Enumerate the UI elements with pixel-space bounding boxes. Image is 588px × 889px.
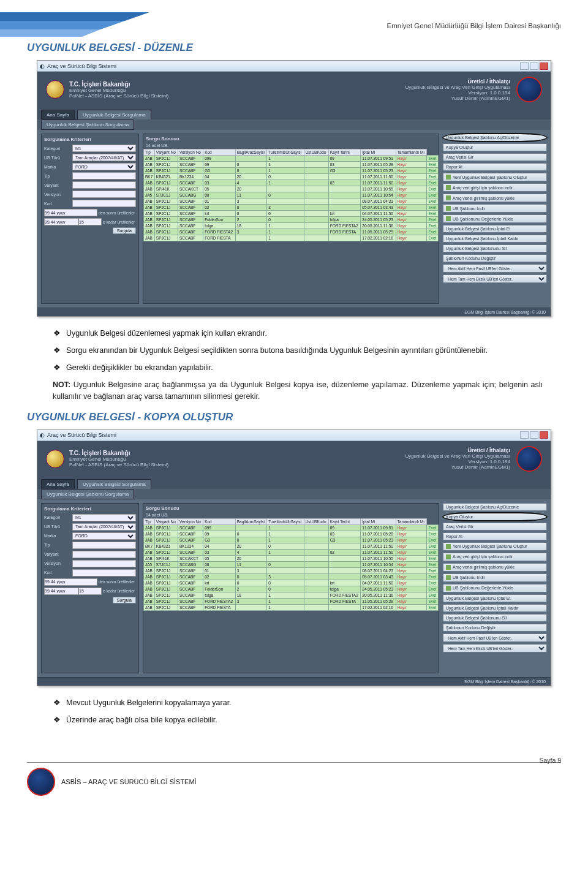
column-header[interactable]: Kod <box>203 518 236 524</box>
table-row[interactable]: JABSPJC1JSCCABFFORD FIESTA231FORD FIESTA… <box>144 598 439 604</box>
versiyon-input[interactable] <box>72 191 136 198</box>
close-button[interactable] <box>540 431 548 439</box>
tip-input[interactable] <box>72 542 136 549</box>
table-row[interactable]: BK7KB4321BK12340420011.07.2011 11:50Hayı… <box>144 174 439 180</box>
table-row[interactable]: JABSPJC1JSCCABF01308.07.2011 04:23HayırE… <box>144 199 439 205</box>
action-button[interactable]: Kopya Oluştur <box>443 143 547 151</box>
kod-input[interactable] <box>72 200 136 207</box>
filter-select[interactable]: Hem Tam Hem Eksik UB'leri Göster.. <box>443 274 547 283</box>
action-button[interactable]: Uygunluk Belgesi Şablonunu Sil <box>443 614 547 622</box>
maximize-button[interactable] <box>530 62 538 70</box>
action-button[interactable]: Şablonun Kodunu Değiştir <box>443 624 547 632</box>
column-header[interactable]: Tip <box>144 149 155 156</box>
column-header[interactable]: Tip <box>144 518 155 524</box>
close-button[interactable] <box>540 62 548 70</box>
date-from-input[interactable] <box>44 209 97 216</box>
column-header[interactable]: Varyant No <box>154 518 178 524</box>
marka-select[interactable]: FORD <box>72 532 136 540</box>
kategori-select[interactable]: M1 <box>72 514 136 521</box>
table-row[interactable]: JABSPJC1JSCCABFFORD FIESTA231FORD FIESTA… <box>144 229 439 235</box>
table-row[interactable]: JABSPJC1JSCCABF01308.07.2011 04:23HayırE… <box>144 567 439 573</box>
table-row[interactable]: JABSP/41KSCCAKCT052011.07.2011 10:55Hayı… <box>144 186 439 192</box>
action-button[interactable]: Uygunluk Belgesi Şablonu İptal Et <box>443 594 547 602</box>
tab-home[interactable]: Ana Sayfa <box>41 479 75 489</box>
action-button[interactable]: Şablonun Kodunu Değiştir <box>443 254 547 262</box>
table-row[interactable]: JABSP/41KSCCAKCT052011.07.2011 10:55Hayı… <box>144 555 439 561</box>
action-button[interactable]: UB Şablonu İndir <box>443 204 547 213</box>
maximize-button[interactable] <box>530 431 538 439</box>
tip-input[interactable] <box>72 172 136 180</box>
date-to-val[interactable] <box>78 588 102 595</box>
action-button[interactable]: Uygunluk Belgesi Şablonunu Sil <box>443 244 547 252</box>
table-row[interactable]: BK7KB4321BK12340420011.07.2011 11:50Hayı… <box>144 543 439 549</box>
table-row[interactable]: JABSPJC1JSCCABF09010311.07.2011 05:28Hay… <box>144 531 439 537</box>
date-to-val[interactable] <box>78 218 102 225</box>
table-row[interactable]: JABSPJC1JSCCABF09010311.07.2011 05:28Hay… <box>144 162 439 168</box>
table-row[interactable]: JABSPJC1JSCCABFtolga181FORD FIESTA220.05… <box>144 592 439 598</box>
column-header[interactable]: İptal Mi <box>361 149 396 156</box>
action-button[interactable]: Araç verisi girilmiş şablonu yükle <box>443 194 547 202</box>
kod-input[interactable] <box>72 569 136 577</box>
date-to-input[interactable] <box>44 588 78 595</box>
date-to-input[interactable] <box>44 218 78 225</box>
date-from-input[interactable] <box>44 578 97 586</box>
minimize-button[interactable] <box>520 62 529 70</box>
column-header[interactable]: BagliAracSayisi <box>235 518 267 524</box>
tab-ub-query[interactable]: Uygunluk Belgesi Sorgulama <box>77 110 151 119</box>
action-button[interactable]: UB Şablonunu Değerlerle Yükle <box>443 214 547 223</box>
ubturu-select[interactable]: Tam Araçlar (2007/46/AT) <box>72 523 136 531</box>
subtab-template-query[interactable]: Uygunluk Belgesi Şablonu Sorgulama <box>41 489 134 499</box>
column-header[interactable]: TuretilmisUbSayisi <box>267 518 304 524</box>
table-row[interactable]: JA5STJC1JSCCABG0811011.07.2011 10:54Hayı… <box>144 192 439 199</box>
table-row[interactable]: JABSPJC1JSCCABFkrt00krt04.07.2011 11:50H… <box>144 580 439 586</box>
table-row[interactable]: JABSPJC1JSCCABF020305.07.2011 03:43Hayır… <box>144 205 439 211</box>
table-row[interactable]: JABSPJC1JSCCABFtolga181FORD FIESTA220.05… <box>144 223 439 229</box>
kategori-select[interactable]: M1 <box>72 145 136 152</box>
ubturu-select[interactable]: Tam Araçlar (2007/46/AT) <box>72 154 136 161</box>
tab-home[interactable]: Ana Sayfa <box>41 110 75 119</box>
table-row[interactable]: JA5STJC1JSCCABG0811011.07.2011 10:54Hayı… <box>144 561 439 567</box>
subtab-template-query[interactable]: Uygunluk Belgesi Şablonu Sorgulama <box>41 119 134 130</box>
table-row[interactable]: JABSPJC1JSCCABF09910911.07.2011 09:51Hay… <box>144 156 439 162</box>
column-header[interactable]: UstUBKodu <box>304 149 328 156</box>
action-button[interactable]: Uygunluk Belgesi Şablonu İptal Et <box>443 225 547 233</box>
action-button[interactable]: Kopya Oluştur <box>443 513 547 521</box>
action-button[interactable]: UB Şablonunu Değerlerle Yükle <box>443 584 547 592</box>
column-header[interactable]: Versiyon No <box>178 149 203 156</box>
table-row[interactable]: JABSPJC1JSCCABFG301G311.07.2011 05:23Hay… <box>144 168 439 174</box>
action-button[interactable]: Araç veri girişi için şablonu indir <box>443 553 547 561</box>
action-button[interactable]: Uygunluk Belgesi Şablonu Aç/Düzenle <box>443 134 547 142</box>
action-button[interactable]: Yeni Uygunluk Belgesi Şablonu Oluştur <box>443 542 547 551</box>
column-header[interactable]: TuretilmisUbSayisi <box>267 149 304 156</box>
action-button[interactable]: Rapor Al <box>443 163 547 171</box>
column-header[interactable]: Kod <box>203 149 236 156</box>
column-header[interactable]: UstUBKodu <box>304 518 328 524</box>
column-header[interactable]: Kayıt Tarihi <box>328 149 361 156</box>
table-row[interactable]: JABSPJC1JSCCABF03410211.07.2011 11:50Hay… <box>144 180 439 186</box>
table-row[interactable]: JABSPJC1JSCCABF09910911.07.2011 09:51Hay… <box>144 524 439 531</box>
varyant-input[interactable] <box>72 551 136 558</box>
minimize-button[interactable] <box>520 431 529 439</box>
column-header[interactable]: Varyant No <box>154 149 178 156</box>
column-header[interactable]: Tamamlandı Mı <box>396 518 427 524</box>
action-button[interactable]: Uygunluk Belgesi Şablonu İptali Kaldır <box>443 604 547 612</box>
action-button[interactable]: UB Şablonu İndir <box>443 573 547 582</box>
table-row[interactable]: JABSPJC1JSCCABFFORD FIESTA117.02.2011 02… <box>144 235 439 241</box>
table-row[interactable]: JABSPJC1JSCCABFFolderSon20tolga24.05.201… <box>144 217 439 223</box>
sorgula-button[interactable]: Sorgula <box>113 597 136 603</box>
column-header[interactable]: İptal Mi <box>361 518 396 524</box>
column-header[interactable]: Versiyon No <box>178 518 203 524</box>
varyant-input[interactable] <box>72 181 136 189</box>
table-row[interactable]: JABSPJC1JSCCABFG301G311.07.2011 05:23Hay… <box>144 537 439 543</box>
action-button[interactable]: Rapor Al <box>443 532 547 540</box>
column-header[interactable]: Tamamlandı Mı <box>396 149 427 156</box>
filter-select[interactable]: Hem Aktif Hem Pasif UB'leri Göster.. <box>443 264 547 273</box>
table-row[interactable]: JABSPJC1JSCCABFFORD FIESTA117.02.2011 02… <box>144 604 439 610</box>
table-row[interactable]: JABSPJC1JSCCABF020305.07.2011 03:43Hayır… <box>144 573 439 580</box>
action-button[interactable]: Yeni Uygunluk Belgesi Şablonu Oluştur <box>443 173 547 181</box>
column-header[interactable]: BagliAracSayisi <box>235 149 267 156</box>
action-button[interactable]: Uygunluk Belgesi Şablonu İptali Kaldır <box>443 235 547 243</box>
marka-select[interactable]: FORD <box>72 163 136 170</box>
action-button[interactable]: Araç veri girişi için şablonu indir <box>443 183 547 192</box>
action-button[interactable]: Araç Verisi Gir <box>443 153 547 161</box>
